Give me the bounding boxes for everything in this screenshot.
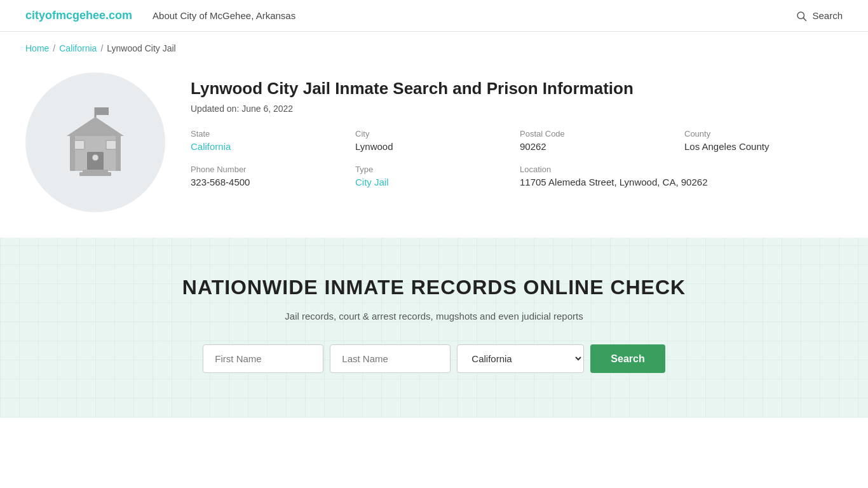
city-field: City Lynwood <box>355 129 513 152</box>
county-value: Los Angeles County <box>684 141 843 152</box>
type-label: Type <box>355 165 513 174</box>
svg-rect-8 <box>106 140 116 149</box>
last-name-input[interactable] <box>330 344 451 373</box>
phone-field: Phone Number 323-568-4500 <box>191 165 349 187</box>
phone-label: Phone Number <box>191 165 349 174</box>
location-field: Location 11705 Alemeda Street, Lynwood, … <box>520 165 843 187</box>
type-value[interactable]: City Jail <box>355 177 513 187</box>
banner-subtitle: Jail records, court & arrest records, mu… <box>25 311 843 322</box>
state-select[interactable]: California Alabama Alaska Arizona Arkans… <box>457 344 584 373</box>
breadcrumb-home[interactable]: Home <box>25 43 49 53</box>
location-value: 11705 Alemeda Street, Lynwood, CA, 90262 <box>520 177 843 187</box>
jail-details-grid-2: Phone Number 323-568-4500 Type City Jail… <box>191 165 843 187</box>
city-label: City <box>355 129 513 139</box>
postal-label: Postal Code <box>520 129 678 139</box>
location-label: Location <box>520 165 843 174</box>
type-field: Type City Jail <box>355 165 513 187</box>
search-button[interactable]: Search <box>590 344 665 373</box>
search-icon <box>796 10 807 22</box>
breadcrumb: Home / California / Lynwood City Jail <box>0 32 868 60</box>
page-header: cityofmcgehee.com About City of McGehee,… <box>0 0 868 32</box>
jail-title: Lynwood City Jail Inmate Search and Pris… <box>191 79 843 98</box>
jail-updated: Updated on: June 6, 2022 <box>191 104 843 114</box>
svg-marker-4 <box>67 117 124 136</box>
county-field: County Los Angeles County <box>684 129 843 152</box>
header-left: cityofmcgehee.com About City of McGehee,… <box>25 9 295 22</box>
jail-building-icon <box>48 95 143 190</box>
svg-rect-13 <box>116 136 121 171</box>
phone-value: 323-568-4500 <box>191 177 349 187</box>
banner-section: NATIONWIDE INMATE RECORDS ONLINE CHECK J… <box>0 238 868 417</box>
breadcrumb-sep-2: / <box>100 43 103 53</box>
city-value: Lynwood <box>355 141 513 152</box>
svg-point-9 <box>92 154 98 161</box>
inmate-search-form: California Alabama Alaska Arizona Arkans… <box>25 344 843 373</box>
svg-rect-11 <box>79 172 111 176</box>
county-label: County <box>684 129 843 139</box>
main-content: Lynwood City Jail Inmate Search and Pris… <box>0 60 868 238</box>
breadcrumb-current: Lynwood City Jail <box>107 43 175 53</box>
header-about: About City of McGehee, Arkansas <box>153 10 295 21</box>
state-field: State California <box>191 129 349 152</box>
svg-rect-3 <box>96 107 109 115</box>
svg-line-1 <box>804 18 806 20</box>
breadcrumb-state[interactable]: California <box>59 43 97 53</box>
state-value[interactable]: California <box>191 141 349 152</box>
first-name-input[interactable] <box>203 344 323 373</box>
jail-icon-wrapper <box>25 72 165 212</box>
postal-value: 90262 <box>520 141 678 152</box>
banner-title: NATIONWIDE INMATE RECORDS ONLINE CHECK <box>25 276 843 299</box>
state-label: State <box>191 129 349 139</box>
jail-details-grid: State California City Lynwood Postal Cod… <box>191 129 843 152</box>
site-logo[interactable]: cityofmcgehee.com <box>25 9 132 22</box>
svg-rect-12 <box>70 136 75 171</box>
svg-rect-7 <box>74 140 85 149</box>
postal-field: Postal Code 90262 <box>520 129 678 152</box>
header-search-label: Search <box>812 10 843 21</box>
header-search-button[interactable]: Search <box>796 10 843 22</box>
breadcrumb-sep-1: / <box>53 43 55 53</box>
jail-info-section: Lynwood City Jail Inmate Search and Pris… <box>191 72 843 187</box>
